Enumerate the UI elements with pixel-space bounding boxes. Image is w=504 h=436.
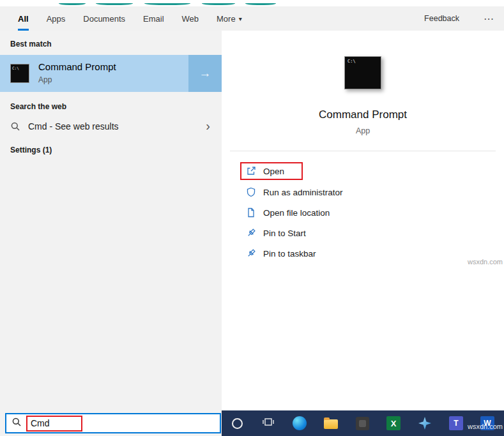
action-pin-to-start[interactable]: Pin to Start	[222, 223, 504, 243]
preview-panel: C:\ Command Prompt App Open Run as admin…	[222, 31, 504, 410]
action-label: Run as administrator	[263, 188, 343, 197]
tab-more[interactable]: More ▾	[217, 6, 242, 31]
action-open[interactable]: Open	[222, 160, 504, 182]
edge-browser-icon[interactable]	[292, 416, 307, 431]
search-icon	[10, 121, 20, 134]
results-panel: Best match C:\ Command Prompt App → Sear…	[0, 31, 222, 436]
tab-web[interactable]: Web	[182, 6, 199, 31]
cortana-icon[interactable]	[229, 416, 245, 431]
action-list: Open Run as administrator Open file loca…	[222, 160, 504, 264]
web-suggestion-row[interactable]: Cmd - See web results ›	[0, 116, 222, 138]
feedback-link[interactable]: Feedback	[424, 14, 459, 23]
search-category-tabs: All Apps Documents Email Web More ▾ Feed…	[0, 6, 504, 31]
pin-icon	[246, 228, 256, 238]
open-annotation-box: Open	[240, 162, 303, 180]
divider	[230, 151, 496, 151]
expand-arrow-icon[interactable]: →	[188, 55, 222, 92]
app-type-label: App	[222, 126, 504, 135]
file-explorer-icon[interactable]	[323, 416, 339, 431]
web-suggestion-label: Cmd - See web results	[28, 121, 119, 132]
sparkle-app-icon[interactable]	[417, 416, 432, 431]
action-label: Pin to taskbar	[263, 249, 316, 259]
tab-documents[interactable]: Documents	[83, 6, 125, 31]
chevron-right-icon: ›	[206, 119, 210, 133]
action-pin-to-taskbar[interactable]: Pin to taskbar	[222, 243, 504, 264]
action-open-file-location[interactable]: Open file location	[222, 202, 504, 223]
result-subtitle: App	[38, 75, 52, 84]
tab-apps[interactable]: Apps	[47, 6, 66, 31]
tab-all[interactable]: All	[18, 6, 29, 31]
search-web-header: Search the web	[10, 102, 66, 111]
dark-app-icon[interactable]	[355, 416, 370, 431]
settings-header: Settings (1)	[10, 146, 52, 154]
taskbar: X T W	[222, 410, 504, 436]
overflow-menu-icon[interactable]: ⋯	[484, 13, 494, 25]
taskbar-search-box[interactable]	[5, 413, 221, 433]
watermark: wsxdn.com	[468, 423, 503, 430]
file-location-icon	[246, 207, 256, 218]
command-prompt-icon-large: C:\	[344, 56, 381, 89]
action-label: Open	[263, 167, 284, 176]
cropped-banner	[0, 0, 504, 6]
command-prompt-icon: C:\	[10, 64, 29, 83]
windows-search-flyout: All Apps Documents Email Web More ▾ Feed…	[0, 0, 504, 436]
search-input[interactable]	[26, 416, 82, 432]
action-run-as-admin[interactable]: Run as administrator	[222, 182, 504, 202]
best-match-header: Best match	[10, 40, 52, 49]
pin-icon	[246, 248, 256, 259]
best-match-result[interactable]: C:\ Command Prompt App →	[0, 55, 222, 92]
app-title: Command Prompt	[222, 109, 504, 121]
teams-icon[interactable]: T	[448, 416, 464, 431]
chevron-down-icon: ▾	[239, 15, 242, 22]
action-label: Open file location	[263, 208, 330, 218]
search-icon	[11, 417, 22, 430]
task-view-icon[interactable]	[261, 416, 276, 431]
excel-icon[interactable]: X	[386, 416, 401, 431]
watermark: wsxdn.com	[468, 258, 503, 266]
action-label: Pin to Start	[263, 229, 306, 238]
admin-shield-icon	[246, 187, 256, 197]
tab-email[interactable]: Email	[143, 6, 164, 31]
result-title: Command Prompt	[38, 61, 116, 72]
open-icon	[246, 166, 256, 176]
